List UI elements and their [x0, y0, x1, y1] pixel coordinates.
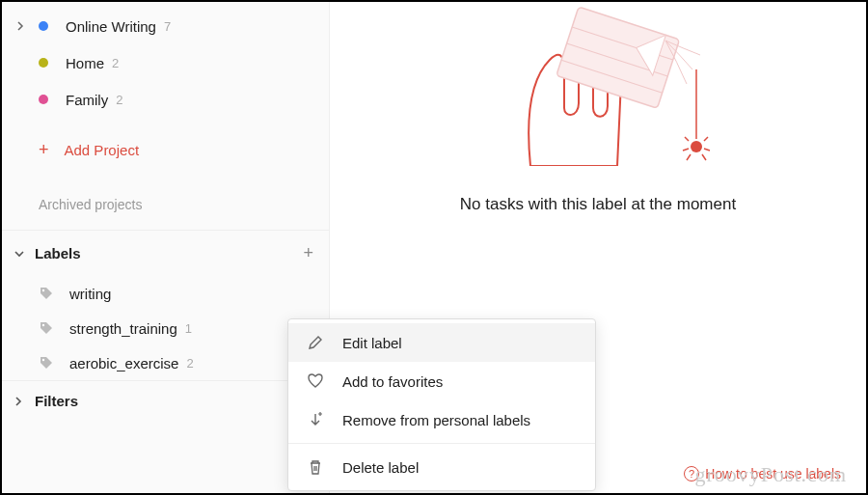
- label-name: strength_training: [69, 320, 177, 337]
- menu-item-delete-label[interactable]: Delete label: [288, 448, 595, 486]
- menu-item-remove-personal[interactable]: Remove from personal labels: [288, 400, 595, 439]
- labels-section-header[interactable]: Labels +: [2, 230, 329, 276]
- empty-state-message: No tasks with this label at the moment: [330, 195, 866, 214]
- chevron-down-icon[interactable]: [14, 248, 35, 260]
- labels-section-title: Labels: [35, 245, 303, 261]
- sidebar-project-home[interactable]: Home 2: [2, 44, 329, 81]
- sidebar-label-writing[interactable]: writing: [2, 276, 329, 311]
- svg-point-5: [691, 141, 702, 152]
- filters-section-title: Filters: [35, 393, 78, 409]
- archived-projects-link[interactable]: Archived projects: [2, 197, 329, 212]
- tag-icon: [39, 320, 54, 336]
- project-name: Family: [66, 92, 108, 108]
- label-name: aerobic_exercise: [69, 355, 178, 371]
- label-name: writing: [69, 286, 111, 302]
- project-name: Online Writing: [66, 18, 156, 35]
- filters-section-header[interactable]: Filters: [2, 380, 329, 421]
- sidebar-project-online-writing[interactable]: Online Writing 7: [2, 8, 329, 44]
- trash-icon: [306, 457, 325, 477]
- menu-item-label: Remove from personal labels: [342, 412, 530, 428]
- menu-item-edit-label[interactable]: Edit label: [288, 323, 595, 362]
- project-color-dot: [39, 58, 48, 68]
- app-frame: Online Writing 7 Home 2 Family 2 + Add P…: [0, 0, 868, 495]
- svg-point-2: [42, 359, 44, 361]
- chevron-right-icon[interactable]: [14, 21, 27, 31]
- label-count: 1: [185, 321, 192, 336]
- heart-icon: [306, 371, 325, 391]
- help-icon: ?: [684, 466, 699, 481]
- pencil-icon: [306, 333, 325, 352]
- add-label-button[interactable]: +: [303, 243, 313, 263]
- add-project-button[interactable]: + Add Project: [2, 127, 329, 172]
- menu-separator: [288, 443, 595, 444]
- label-count: 2: [186, 356, 193, 371]
- chevron-right-icon[interactable]: [14, 397, 35, 406]
- sidebar-project-family[interactable]: Family 2: [2, 81, 329, 118]
- help-link-labels[interactable]: ? How to best use labels: [684, 466, 841, 481]
- sidebar: Online Writing 7 Home 2 Family 2 + Add P…: [2, 2, 330, 493]
- project-count: 7: [164, 19, 171, 34]
- project-color-dot: [39, 21, 48, 31]
- tag-icon: [39, 355, 54, 371]
- svg-rect-3: [556, 7, 680, 108]
- arrow-down-plus-icon: [306, 410, 325, 429]
- label-context-menu: Edit label Add to favorites Remove from …: [287, 318, 596, 491]
- project-count: 2: [116, 93, 122, 107]
- menu-item-label: Add to favorites: [342, 373, 443, 390]
- project-count: 2: [112, 56, 119, 70]
- tag-icon: [39, 286, 54, 301]
- sidebar-label-aerobic-exercise[interactable]: aerobic_exercise 2: [2, 345, 329, 380]
- sidebar-label-strength-training[interactable]: strength_training 1: [2, 311, 329, 345]
- empty-state-illustration: [473, 2, 723, 166]
- add-project-label: Add Project: [65, 142, 140, 158]
- svg-point-1: [42, 324, 44, 326]
- svg-point-0: [42, 289, 44, 291]
- menu-item-label: Delete label: [342, 459, 419, 476]
- menu-item-label: Edit label: [342, 335, 402, 351]
- project-color-dot: [39, 95, 48, 104]
- project-name: Home: [66, 55, 104, 71]
- menu-item-add-favorites[interactable]: Add to favorites: [288, 362, 595, 400]
- help-link-text: How to best use labels: [705, 466, 841, 481]
- plus-icon: +: [39, 140, 49, 160]
